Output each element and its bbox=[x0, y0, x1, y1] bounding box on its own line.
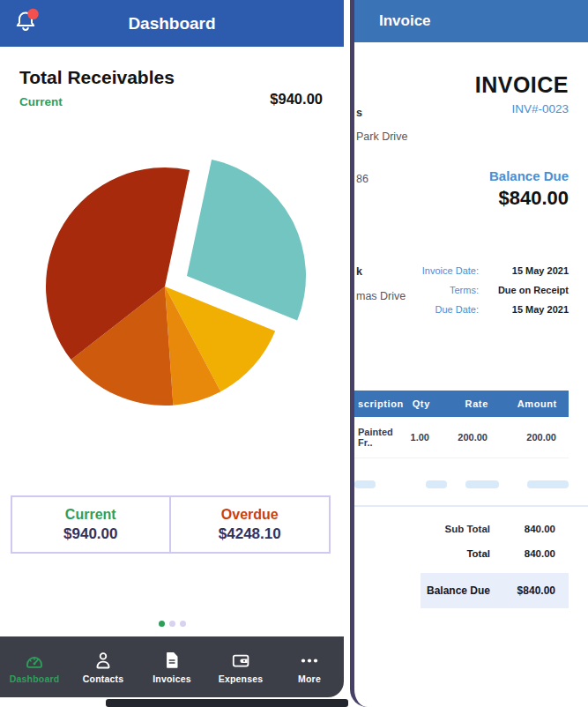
home-indicator-bar bbox=[106, 699, 348, 707]
table-header-row: scription Qty Rate Amount bbox=[354, 391, 569, 417]
invoice-meta: Invoice Date: 15 May 2021 Terms: Due on … bbox=[422, 265, 569, 315]
invoice-number: INV#-0023 bbox=[511, 102, 569, 115]
sub-total-label: Sub Total bbox=[444, 524, 490, 534]
balance-due-label: Balance Due bbox=[489, 168, 569, 183]
section-divider bbox=[354, 505, 588, 507]
balance-row-label: Balance Due bbox=[421, 584, 490, 597]
skeleton-pill bbox=[354, 480, 376, 488]
skeleton-pill bbox=[465, 480, 499, 488]
contacts-person-icon bbox=[93, 650, 114, 671]
company-address-partial: Park Drive bbox=[356, 130, 407, 143]
current-overdue-box: Current $940.00 Overdue $4248.10 bbox=[11, 495, 331, 554]
overdue-label: Overdue bbox=[221, 507, 279, 523]
invoice-totals: Sub Total 840.00 Total 840.00 bbox=[444, 524, 555, 559]
invoice-screen: Invoice INVOICE INV#-0023 s Park Drive 8… bbox=[350, 0, 588, 707]
balance-due-amount: $840.00 bbox=[498, 187, 569, 210]
more-ellipsis-icon bbox=[299, 650, 320, 671]
customer-name-partial: k bbox=[356, 265, 362, 278]
balance-due-row: Balance Due $840.00 bbox=[421, 573, 569, 608]
invoice-date-value: 15 May 2021 bbox=[488, 265, 569, 276]
company-zip-partial: 86 bbox=[356, 173, 368, 185]
nav-item-invoices[interactable]: Invoices bbox=[138, 636, 206, 697]
nav-item-contacts[interactable]: Contacts bbox=[69, 636, 138, 697]
dashboard-header-bar: Dashboard bbox=[0, 0, 344, 47]
invoice-doc-title: INVOICE bbox=[475, 72, 569, 98]
bottom-nav-bar: Dashboard Contacts Invoices bbox=[0, 636, 344, 697]
nav-label-invoices: Invoices bbox=[153, 674, 191, 684]
terms-label: Terms: bbox=[422, 285, 479, 295]
receivables-pie-chart[interactable] bbox=[0, 150, 344, 423]
dashboard-gauge-icon bbox=[24, 650, 45, 671]
col-description: scription bbox=[354, 398, 404, 409]
due-date-value: 15 May 2021 bbox=[488, 304, 569, 315]
overdue-cell[interactable]: Overdue $4248.10 bbox=[171, 497, 330, 552]
nav-item-more[interactable]: More bbox=[275, 636, 344, 697]
sub-total-value: 840.00 bbox=[490, 524, 555, 534]
col-amount: Amount bbox=[501, 398, 569, 409]
nav-item-expenses[interactable]: Expenses bbox=[206, 636, 275, 697]
invoice-items-table: scription Qty Rate Amount Painted Fr.. 1… bbox=[354, 391, 569, 458]
invoice-header-title: Invoice bbox=[379, 12, 431, 30]
nav-item-dashboard[interactable]: Dashboard bbox=[0, 636, 69, 697]
expenses-wallet-icon bbox=[230, 650, 251, 671]
terms-value: Due on Receipt bbox=[488, 285, 569, 295]
skeleton-pill bbox=[426, 480, 447, 488]
balance-row-value: $840.00 bbox=[490, 584, 555, 597]
total-label: Total bbox=[444, 548, 490, 559]
current-summary-label: Current bbox=[19, 95, 63, 108]
col-rate: Rate bbox=[443, 398, 501, 409]
nav-label-dashboard: Dashboard bbox=[10, 674, 60, 684]
bell-icon[interactable] bbox=[11, 7, 41, 37]
table-row[interactable]: Painted Fr.. 1.00 200.00 200.00 bbox=[354, 417, 569, 458]
invoice-header-bar: Invoice bbox=[354, 0, 588, 42]
item-amount: 200.00 bbox=[500, 432, 569, 443]
nav-label-expenses: Expenses bbox=[219, 674, 264, 684]
current-label: Current bbox=[65, 507, 116, 523]
page-dot[interactable] bbox=[180, 621, 186, 627]
invoice-date-label: Invoice Date: bbox=[422, 265, 479, 276]
screenshot-canvas: Invoice INVOICE INV#-0023 s Park Drive 8… bbox=[0, 0, 588, 707]
notification-badge bbox=[27, 9, 38, 19]
total-value: 840.00 bbox=[490, 548, 555, 559]
dashboard-screen: Dashboard Total Receivables Current $940… bbox=[0, 0, 344, 707]
col-qty: Qty bbox=[404, 398, 443, 409]
item-description: Painted Fr.. bbox=[354, 427, 403, 448]
due-date-label: Due Date: bbox=[422, 304, 479, 315]
page-dot-active[interactable] bbox=[159, 621, 165, 627]
item-qty: 1.00 bbox=[403, 432, 442, 443]
current-amount: $940.00 bbox=[63, 525, 117, 543]
page-indicator bbox=[0, 621, 344, 627]
overdue-amount: $4248.10 bbox=[219, 525, 281, 543]
invoices-document-icon bbox=[161, 650, 182, 671]
customer-address-partial: mas Drive bbox=[356, 290, 406, 302]
company-name-partial: s bbox=[356, 107, 362, 119]
current-summary-amount: $940.00 bbox=[270, 91, 323, 108]
nav-label-contacts: Contacts bbox=[83, 674, 124, 684]
pie-slice-teal-exploded[interactable] bbox=[187, 160, 306, 321]
skeleton-pill bbox=[527, 480, 569, 488]
total-receivables-title: Total Receivables bbox=[19, 67, 175, 88]
item-rate: 200.00 bbox=[442, 432, 500, 443]
nav-label-more: More bbox=[298, 674, 321, 684]
dashboard-header-title: Dashboard bbox=[128, 14, 215, 33]
current-cell[interactable]: Current $940.00 bbox=[12, 497, 171, 552]
page-dot[interactable] bbox=[169, 621, 175, 627]
